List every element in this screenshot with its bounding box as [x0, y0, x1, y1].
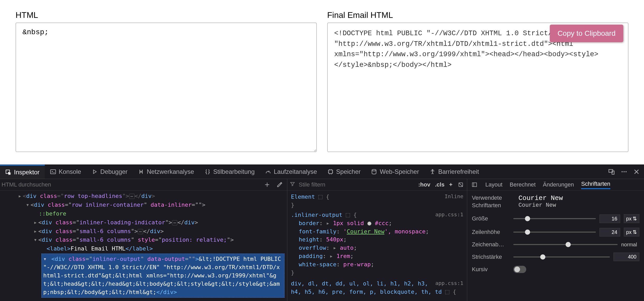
chevron-updown-icon: ⇅: [633, 216, 637, 222]
tab-label: Stilbearbeitung: [213, 168, 255, 175]
font-weight-value[interactable]: 400: [613, 253, 639, 261]
line-height-slider[interactable]: [513, 232, 596, 233]
selected-dom-node[interactable]: ▾ <div class="inliner-output" data-outpu…: [41, 254, 284, 297]
font-size-row: Größe 16 px⇅: [472, 214, 639, 223]
devtools-tab-performance[interactable]: Laufzeitanalyse: [260, 165, 322, 179]
tab-label: Barrierefreiheit: [438, 168, 479, 175]
inspector-icon: [5, 169, 11, 175]
copy-to-clipboard-button[interactable]: Copy to Clipboard: [550, 25, 623, 42]
used-font-sub: Courier New: [518, 202, 563, 209]
devtools-tab-network[interactable]: Netzwerkanalyse: [133, 165, 199, 179]
ellipsis-icon[interactable]: ⋯: [129, 194, 135, 199]
twisty-icon[interactable]: ▸: [34, 227, 38, 235]
fonts-pane: Layout Berechnet Änderungen Schriftarten…: [467, 179, 644, 301]
filter-icon: [290, 181, 295, 188]
tab-label: Speicher: [336, 168, 361, 175]
fonts-tab-computed[interactable]: Berechnet: [510, 181, 536, 188]
chevron-updown-icon: ⇅: [633, 229, 637, 235]
rule-source[interactable]: Inline: [445, 193, 463, 200]
html-input[interactable]: &nbsp;: [16, 23, 317, 152]
devtools-tab-debugger[interactable]: Debugger: [86, 165, 133, 179]
styles-filter-input[interactable]: [299, 181, 415, 188]
font-weight-row: Strichstärke 400: [472, 253, 639, 261]
letter-spacing-value: normal: [621, 242, 639, 248]
tab-label: Debugger: [100, 168, 127, 175]
italic-toggle[interactable]: [513, 266, 526, 273]
line-height-unit-select[interactable]: px⇅: [624, 228, 639, 236]
fonts-tab-changes[interactable]: Änderungen: [543, 181, 574, 188]
rule-source[interactable]: app.css:1: [435, 280, 463, 287]
twisty-icon[interactable]: ▾: [34, 236, 38, 244]
flex-badge-icon[interactable]: [346, 213, 350, 217]
letter-spacing-row: Zeichenab… normal: [472, 241, 639, 248]
light-dark-icon[interactable]: [457, 181, 464, 188]
font-size-slider[interactable]: [513, 218, 596, 219]
color-swatch-icon[interactable]: [367, 221, 371, 226]
line-height-value[interactable]: 24: [599, 228, 620, 236]
styles-toolbar: :hov .cls +: [287, 179, 467, 191]
dom-search-input[interactable]: [0, 181, 260, 188]
tab-label: Inspektor: [14, 169, 40, 176]
svg-rect-2: [329, 170, 332, 174]
twisty-icon[interactable]: ▸: [18, 192, 23, 200]
fonts-tab-fonts[interactable]: Schriftarten: [581, 181, 610, 189]
eyedropper-icon[interactable]: [276, 181, 283, 188]
console-icon: [50, 169, 56, 175]
styleeditor-icon: [204, 169, 211, 175]
devtools-tab-inspector[interactable]: Inspektor: [0, 165, 45, 179]
rule-source[interactable]: app.css:1: [435, 211, 463, 218]
toggle-sidebar-icon[interactable]: [471, 181, 478, 188]
html-input-label: HTML: [16, 10, 317, 20]
network-icon: [138, 169, 144, 175]
devtools-tab-memory[interactable]: Speicher: [322, 165, 366, 179]
svg-point-4: [432, 169, 433, 170]
add-node-icon[interactable]: [264, 181, 271, 188]
font-weight-label: Strichstärke: [472, 254, 513, 260]
devtools-tab-accessibility[interactable]: Barrierefreiheit: [424, 165, 484, 179]
svg-point-8: [624, 171, 625, 172]
twisty-icon[interactable]: ▾: [26, 201, 31, 209]
used-font-name: Courier New: [518, 194, 563, 202]
devtools-tab-styleeditor[interactable]: Stilbearbeitung: [199, 165, 260, 179]
flex-badge-icon[interactable]: [318, 195, 323, 199]
dom-tree[interactable]: ▸<div class="row top-headlines">⋯</div> …: [0, 191, 287, 301]
html-output-label: Final Email HTML: [327, 10, 628, 20]
dom-pane: ▸<div class="row top-headlines">⋯</div> …: [0, 179, 287, 301]
twisty-icon[interactable]: ▾: [43, 255, 48, 263]
devtools-tabbar: Inspektor Konsole Debugger Netzwerkanaly…: [0, 165, 644, 179]
italic-label: Kursiv: [472, 266, 513, 273]
storage-icon: [371, 169, 377, 175]
font-size-value[interactable]: 16: [599, 214, 620, 223]
twisty-icon[interactable]: ▸: [34, 218, 38, 227]
fonts-tabs: Layout Berechnet Änderungen Schriftarten: [467, 179, 644, 191]
hov-toggle[interactable]: :hov: [418, 181, 430, 188]
font-size-label: Größe: [472, 215, 513, 222]
svg-point-7: [621, 171, 623, 172]
devtools-tab-storage[interactable]: Web-Speicher: [366, 165, 424, 179]
fonts-body: Verwendete Schriftarten Courier New Cour…: [467, 191, 644, 301]
font-weight-slider[interactable]: [513, 256, 610, 257]
letter-spacing-slider[interactable]: [513, 244, 618, 245]
font-size-unit-select[interactable]: px⇅: [624, 214, 639, 223]
responsive-mode-icon[interactable]: [608, 168, 615, 175]
svg-point-9: [625, 171, 626, 172]
styles-pane: :hov .cls + InlineElement { } app.css:1.…: [287, 179, 467, 301]
debugger-icon: [91, 169, 98, 175]
ellipsis-icon[interactable]: ⋯: [138, 229, 143, 234]
ellipsis-icon[interactable]: ⋯: [172, 220, 178, 225]
styles-rules[interactable]: InlineElement { } app.css:1.inliner-outp…: [287, 191, 467, 301]
devtools-tab-console[interactable]: Konsole: [45, 165, 86, 179]
devtools-panel: Inspektor Konsole Debugger Netzwerkanaly…: [0, 164, 644, 301]
html-output-column: Final Email HTML <!DOCTYPE html PUBLIC "…: [327, 10, 628, 159]
svg-rect-11: [472, 183, 477, 187]
tab-label: Web-Speicher: [380, 168, 419, 175]
cls-toggle[interactable]: .cls: [435, 181, 444, 188]
close-devtools-icon[interactable]: [633, 168, 640, 175]
tab-label: Netzwerkanalyse: [147, 168, 194, 175]
fonts-tab-layout[interactable]: Layout: [485, 181, 502, 188]
more-menu-icon[interactable]: [620, 168, 628, 175]
tab-label: Konsole: [59, 168, 81, 175]
flex-badge-icon[interactable]: [445, 290, 449, 294]
add-rule-icon[interactable]: +: [449, 181, 452, 188]
page-content: HTML &nbsp; Final Email HTML <!DOCTYPE h…: [0, 0, 644, 164]
